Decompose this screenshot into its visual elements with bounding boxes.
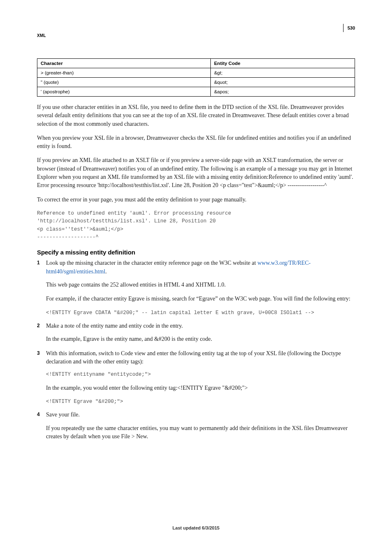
table-cell: ' (apostrophe) bbox=[37, 87, 211, 97]
table-row: ' (apostrophe) &apos; bbox=[37, 87, 355, 97]
step-3: 3 With this information, switch to Code … bbox=[37, 349, 355, 371]
code-block: <!ENTITY Egrave "&#200;"> bbox=[46, 398, 355, 406]
body-paragraph: In the example, you would enter the foll… bbox=[46, 384, 355, 392]
body-paragraph: Look up the missing character in the cha… bbox=[46, 259, 355, 276]
code-block: <!ENTITY Egrave CDATA "&#200;" -- latin … bbox=[46, 309, 355, 317]
step-4: 4 Save your file. bbox=[37, 411, 355, 424]
body-paragraph: If you repeatedly use the same character… bbox=[46, 424, 355, 441]
page-number: 530 bbox=[343, 24, 355, 32]
table-cell: &gt; bbox=[210, 68, 355, 78]
body-paragraph: If you use other character entities in a… bbox=[37, 103, 355, 128]
table-cell: &apos; bbox=[210, 87, 355, 97]
table-header-entity-code: Entity Code bbox=[210, 59, 355, 68]
step-number: 2 bbox=[37, 322, 42, 335]
table-cell: " (quote) bbox=[37, 78, 211, 87]
table-cell: > (greater-than) bbox=[37, 68, 211, 78]
text-run: . bbox=[105, 268, 107, 275]
entity-table: Character Entity Code > (greater-than) &… bbox=[37, 58, 355, 97]
step-number: 1 bbox=[37, 259, 42, 281]
body-paragraph: For example, if the character entity Egr… bbox=[46, 295, 355, 303]
section-header: XML bbox=[37, 33, 46, 38]
body-paragraph: In the example, Egrave is the entity nam… bbox=[46, 335, 355, 343]
body-paragraph: If you preview an XML file attached to a… bbox=[37, 156, 355, 190]
body-paragraph: This web page contains the 252 allowed e… bbox=[46, 281, 355, 289]
table-row: " (quote) &quot; bbox=[37, 78, 355, 87]
table-row: > (greater-than) &gt; bbox=[37, 68, 355, 78]
code-block: <!ENTITY entityname "entitycode;"> bbox=[46, 371, 355, 379]
table-cell: &quot; bbox=[210, 78, 355, 87]
section-heading: Specify a missing entity definition bbox=[37, 249, 355, 256]
table-header-character: Character bbox=[37, 59, 211, 68]
page-footer: Last updated 6/3/2015 bbox=[0, 525, 392, 530]
step-2: 2 Make a note of the entity name and ent… bbox=[37, 322, 355, 335]
step-number: 3 bbox=[37, 349, 42, 371]
text-run: Look up the missing character in the cha… bbox=[46, 260, 257, 266]
body-paragraph: With this information, switch to Code vi… bbox=[46, 349, 355, 366]
body-paragraph: Make a note of the entity name and entit… bbox=[46, 322, 355, 330]
code-block: Reference to undefined entity 'auml'. Er… bbox=[37, 210, 355, 242]
step-1: 1 Look up the missing character in the c… bbox=[37, 259, 355, 281]
body-paragraph: To correct the error in your page, you m… bbox=[37, 196, 355, 204]
step-number: 4 bbox=[37, 411, 42, 424]
body-paragraph: When you preview your XSL file in a brow… bbox=[37, 134, 355, 151]
body-paragraph: Save your file. bbox=[46, 411, 355, 419]
